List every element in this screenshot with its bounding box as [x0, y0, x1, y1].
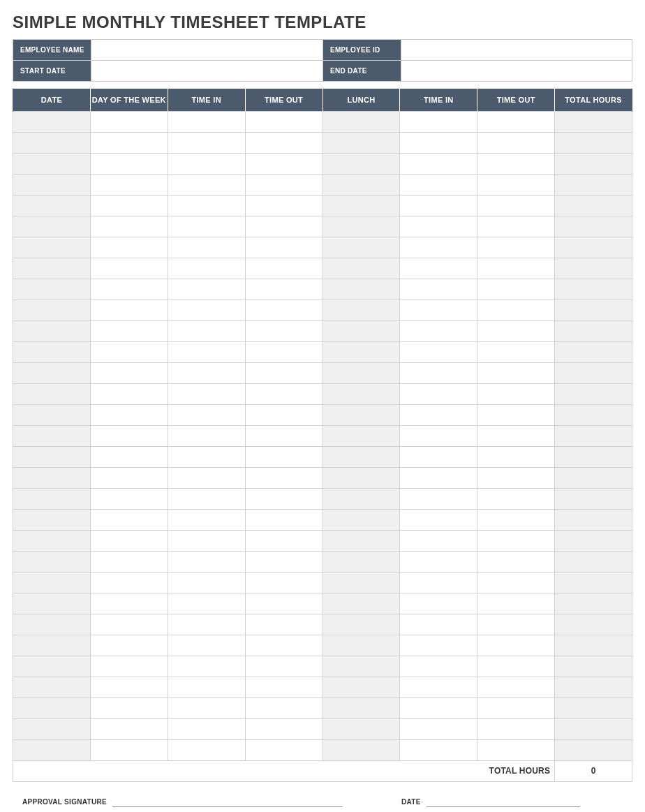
cell-date[interactable]: [13, 404, 91, 425]
cell-total-hours[interactable]: [555, 279, 632, 300]
cell-total-hours[interactable]: [555, 153, 632, 174]
cell-time-in-2[interactable]: [400, 488, 477, 509]
cell-time-in-2[interactable]: [400, 174, 477, 195]
cell-lunch[interactable]: [322, 467, 400, 488]
cell-lunch[interactable]: [322, 488, 400, 509]
cell-day-of-week[interactable]: [90, 488, 168, 509]
cell-time-in-2[interactable]: [400, 195, 477, 216]
cell-total-hours[interactable]: [555, 739, 632, 760]
cell-time-in-2[interactable]: [400, 425, 477, 446]
cell-time-in-1[interactable]: [168, 572, 245, 593]
cell-total-hours[interactable]: [555, 509, 632, 530]
cell-lunch[interactable]: [322, 132, 400, 153]
cell-date[interactable]: [13, 425, 91, 446]
cell-day-of-week[interactable]: [90, 195, 168, 216]
cell-time-in-2[interactable]: [400, 614, 477, 635]
cell-time-in-2[interactable]: [400, 593, 477, 614]
cell-time-in-1[interactable]: [168, 488, 245, 509]
cell-time-in-2[interactable]: [400, 467, 477, 488]
cell-day-of-week[interactable]: [90, 467, 168, 488]
cell-time-out-1[interactable]: [245, 279, 322, 300]
cell-time-out-2[interactable]: [477, 320, 555, 341]
cell-lunch[interactable]: [322, 341, 400, 362]
cell-time-out-2[interactable]: [477, 425, 555, 446]
cell-lunch[interactable]: [322, 216, 400, 237]
cell-day-of-week[interactable]: [90, 572, 168, 593]
cell-lunch[interactable]: [322, 425, 400, 446]
cell-date[interactable]: [13, 551, 91, 572]
cell-total-hours[interactable]: [555, 174, 632, 195]
cell-day-of-week[interactable]: [90, 300, 168, 320]
cell-time-out-1[interactable]: [245, 467, 322, 488]
cell-time-in-1[interactable]: [168, 174, 245, 195]
cell-time-in-2[interactable]: [400, 258, 477, 279]
cell-time-in-1[interactable]: [168, 697, 245, 718]
cell-day-of-week[interactable]: [90, 341, 168, 362]
cell-lunch[interactable]: [322, 174, 400, 195]
cell-time-out-1[interactable]: [245, 195, 322, 216]
cell-total-hours[interactable]: [555, 572, 632, 593]
signature-date-line[interactable]: [427, 797, 580, 807]
cell-time-in-1[interactable]: [168, 362, 245, 383]
cell-time-out-2[interactable]: [477, 132, 555, 153]
cell-time-in-2[interactable]: [400, 656, 477, 677]
cell-time-in-1[interactable]: [168, 279, 245, 300]
cell-lunch[interactable]: [322, 111, 400, 132]
cell-total-hours[interactable]: [555, 530, 632, 551]
cell-total-hours[interactable]: [555, 593, 632, 614]
cell-day-of-week[interactable]: [90, 551, 168, 572]
cell-time-in-2[interactable]: [400, 132, 477, 153]
cell-time-in-1[interactable]: [168, 467, 245, 488]
cell-lunch[interactable]: [322, 279, 400, 300]
cell-time-in-2[interactable]: [400, 677, 477, 697]
cell-time-in-1[interactable]: [168, 153, 245, 174]
cell-time-out-1[interactable]: [245, 174, 322, 195]
cell-time-in-1[interactable]: [168, 635, 245, 656]
cell-lunch[interactable]: [322, 404, 400, 425]
cell-time-out-1[interactable]: [245, 132, 322, 153]
cell-time-in-1[interactable]: [168, 739, 245, 760]
cell-time-out-2[interactable]: [477, 279, 555, 300]
cell-time-out-2[interactable]: [477, 697, 555, 718]
cell-date[interactable]: [13, 677, 91, 697]
cell-date[interactable]: [13, 258, 91, 279]
cell-time-out-2[interactable]: [477, 635, 555, 656]
cell-day-of-week[interactable]: [90, 111, 168, 132]
approval-signature-line[interactable]: [112, 797, 343, 807]
cell-date[interactable]: [13, 446, 91, 467]
cell-time-out-1[interactable]: [245, 488, 322, 509]
cell-time-in-2[interactable]: [400, 404, 477, 425]
cell-lunch[interactable]: [322, 237, 400, 258]
cell-lunch[interactable]: [322, 593, 400, 614]
cell-time-out-2[interactable]: [477, 530, 555, 551]
cell-time-out-2[interactable]: [477, 341, 555, 362]
cell-time-out-1[interactable]: [245, 404, 322, 425]
cell-time-in-2[interactable]: [400, 216, 477, 237]
cell-day-of-week[interactable]: [90, 425, 168, 446]
cell-time-out-1[interactable]: [245, 153, 322, 174]
cell-date[interactable]: [13, 488, 91, 509]
cell-day-of-week[interactable]: [90, 320, 168, 341]
start-date-input[interactable]: [91, 61, 323, 82]
cell-time-in-1[interactable]: [168, 383, 245, 404]
cell-time-in-1[interactable]: [168, 341, 245, 362]
cell-time-out-2[interactable]: [477, 677, 555, 697]
cell-time-out-1[interactable]: [245, 341, 322, 362]
cell-total-hours[interactable]: [555, 404, 632, 425]
cell-time-in-2[interactable]: [400, 551, 477, 572]
cell-date[interactable]: [13, 697, 91, 718]
cell-time-in-2[interactable]: [400, 237, 477, 258]
cell-total-hours[interactable]: [555, 425, 632, 446]
cell-lunch[interactable]: [322, 614, 400, 635]
cell-lunch[interactable]: [322, 635, 400, 656]
cell-time-out-2[interactable]: [477, 614, 555, 635]
cell-time-in-1[interactable]: [168, 195, 245, 216]
cell-time-in-2[interactable]: [400, 530, 477, 551]
cell-time-out-1[interactable]: [245, 300, 322, 320]
cell-time-out-2[interactable]: [477, 362, 555, 383]
cell-time-out-2[interactable]: [477, 488, 555, 509]
cell-date[interactable]: [13, 614, 91, 635]
cell-time-out-2[interactable]: [477, 258, 555, 279]
employee-id-input[interactable]: [401, 40, 632, 61]
cell-time-in-1[interactable]: [168, 132, 245, 153]
